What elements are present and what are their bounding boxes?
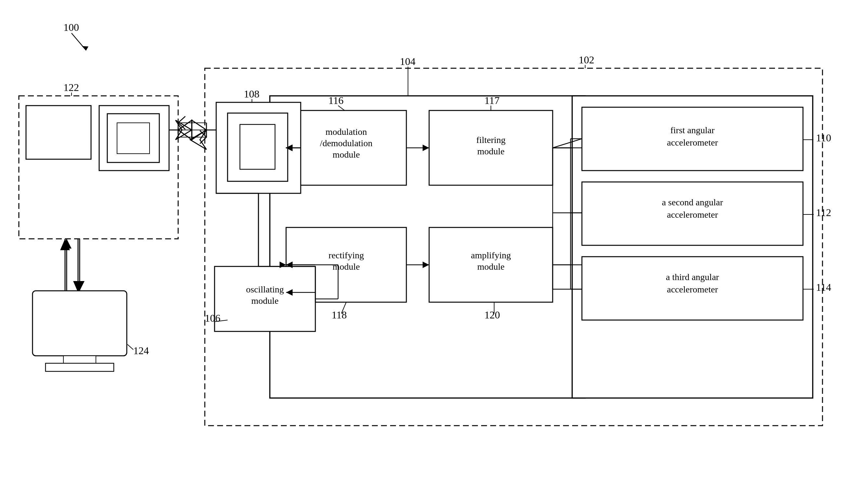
ref-102: 102 <box>579 54 594 66</box>
amplifying-label2: module <box>477 262 504 272</box>
device-left-rect <box>26 106 91 159</box>
oscillating-label2: module <box>251 296 279 306</box>
ref-122: 122 <box>63 82 79 93</box>
rectifying-label: rectifying <box>329 250 364 260</box>
ref-106: 106 <box>205 312 220 324</box>
second-accel-label: a second angular <box>662 197 723 207</box>
ref-110: 110 <box>816 132 831 143</box>
ref-108: 108 <box>244 88 259 100</box>
monitor-stand-base <box>45 363 114 371</box>
first-accel-label2: accelerometer <box>667 137 718 148</box>
coil-inner-108 <box>240 125 275 169</box>
modulation-label3: module <box>333 150 360 160</box>
second-accel-label2: accelerometer <box>667 209 718 220</box>
diagram-container: 100 102 104 modulation /demodulation mod… <box>0 0 868 489</box>
rectifying-label2: module <box>333 262 360 272</box>
arrow-mod-to-filter <box>423 144 429 151</box>
filtering-label2: module <box>477 146 504 156</box>
third-accel-label: a third angular <box>666 272 719 282</box>
oscillating-label: oscillating <box>246 284 284 294</box>
modulation-label2: /demodulation <box>320 138 373 148</box>
monitor-screen <box>32 291 127 356</box>
ref-104: 104 <box>400 56 415 67</box>
arrow-rect-to-amp <box>423 262 429 268</box>
ref-114: 114 <box>816 282 831 293</box>
svg-line-4 <box>338 106 345 110</box>
filtering-label: filtering <box>476 135 505 145</box>
modulation-label: modulation <box>326 127 367 137</box>
ref-112: 112 <box>816 207 831 218</box>
device-right-inner <box>117 123 150 154</box>
ref-120: 120 <box>485 309 500 321</box>
first-accel-label: first angular <box>670 125 715 135</box>
ref-116: 116 <box>328 95 344 106</box>
ref-117: 117 <box>485 95 500 106</box>
ref-100: 100 <box>63 22 79 33</box>
amplifying-label: amplifying <box>471 250 511 260</box>
ref-118: 118 <box>332 309 347 321</box>
third-accel-label2: accelerometer <box>667 284 718 294</box>
svg-line-16 <box>127 345 133 350</box>
ref-124: 124 <box>133 345 149 356</box>
